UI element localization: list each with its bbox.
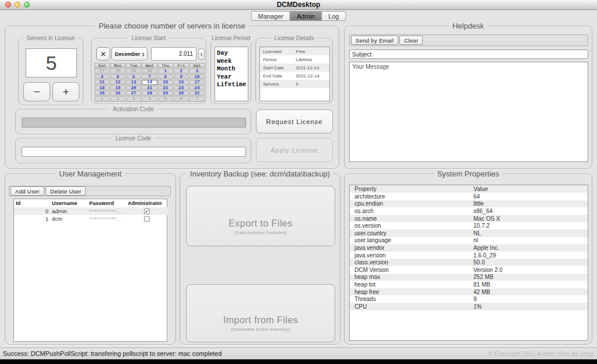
calendar-day[interactable]: 17 xyxy=(189,80,205,85)
calendar-day[interactable]: 29 xyxy=(126,69,141,74)
license-period-group: License Period Day Week Month Year Lifet… xyxy=(210,38,251,104)
calendar-day[interactable]: 30 xyxy=(174,91,189,96)
delete-user-button[interactable]: Delete User xyxy=(45,186,86,196)
calendar-day[interactable]: 27 xyxy=(126,91,141,96)
calendar-day[interactable]: 10 xyxy=(189,75,205,80)
calendar-day[interactable]: 25 xyxy=(94,91,110,96)
close-icon[interactable] xyxy=(5,2,11,8)
calendar-day[interactable]: 3 xyxy=(126,97,141,102)
administrator-checkbox[interactable]: ✓ xyxy=(144,208,150,214)
calendar-day[interactable]: 4 xyxy=(142,97,157,102)
license-details-table: LicensedFree PeriodLifetime Start Date20… xyxy=(259,47,330,101)
calendar-day[interactable]: 30 xyxy=(142,69,157,74)
table-row[interactable]: 0 admin ***********... ✓ xyxy=(14,207,168,215)
status-message: Success: DCMPushPollScript: transfering … xyxy=(3,348,222,359)
calendar-day[interactable]: 28 xyxy=(142,91,157,96)
calendar-day[interactable]: 4 xyxy=(94,75,110,80)
calendar-day[interactable]: 5 xyxy=(110,75,125,80)
titlebar: DCMDesktop xyxy=(0,0,597,10)
copyright-text: © Copyright 2011 Author: Ron de Jong xyxy=(488,348,593,359)
add-user-button[interactable]: Add User xyxy=(10,186,44,196)
calendar-day[interactable]: 7 xyxy=(142,75,157,80)
calendar-day[interactable]: 22 xyxy=(158,86,173,91)
calendar-day[interactable]: 27 xyxy=(94,69,110,74)
table-row: DCM VersionVersion 2.0 xyxy=(350,266,588,274)
calendar-day[interactable]: 19 xyxy=(110,86,125,91)
calendar-weekday: Sun xyxy=(94,63,110,68)
import-from-files-button[interactable]: Import from Files (Overwrites Entire Inv… xyxy=(186,284,335,342)
increase-servers-button[interactable]: + xyxy=(52,82,79,101)
list-item[interactable]: Lifetime xyxy=(217,81,246,89)
calendar-day[interactable]: 20 xyxy=(126,86,141,91)
bottom-black-strip xyxy=(0,359,597,364)
tab-admin[interactable]: Admin xyxy=(290,11,322,21)
calendar-day[interactable]: 1 xyxy=(158,69,173,74)
calendar-day[interactable]: 6 xyxy=(174,97,189,102)
calendar-day[interactable]: 28 xyxy=(110,69,125,74)
tab-bar: Manager Admin Log xyxy=(251,11,346,21)
apply-license-button[interactable]: Apply License xyxy=(256,138,333,162)
calendar-day[interactable]: 1 xyxy=(94,97,110,102)
table-row: LicensedFree xyxy=(260,47,329,55)
group-title: License Start xyxy=(128,35,169,42)
subject-input[interactable] xyxy=(349,50,588,59)
year-spinner[interactable]: ▴ ▾ xyxy=(198,48,205,60)
calendar-day-selected[interactable]: 14 xyxy=(142,80,157,85)
table-row: PeriodLifetime xyxy=(260,55,329,63)
list-item[interactable]: Month xyxy=(217,65,246,73)
minimize-icon[interactable] xyxy=(15,2,20,8)
tab-log[interactable]: Log xyxy=(322,11,346,21)
calendar-day[interactable]: 13 xyxy=(126,80,141,85)
zoom-icon[interactable] xyxy=(24,2,30,8)
calendar-day[interactable]: 2 xyxy=(110,97,125,102)
inventory-title: Inventory Backup (see: dcm\data\backup) xyxy=(187,169,333,178)
column-header: Username xyxy=(50,199,87,207)
calendar-day[interactable]: 26 xyxy=(110,91,125,96)
tab-manager[interactable]: Manager xyxy=(251,11,290,21)
property-key: heap max xyxy=(350,274,469,281)
calendar-day[interactable]: 16 xyxy=(174,80,189,85)
calendar-day[interactable]: 12 xyxy=(110,80,125,85)
calendar-day[interactable]: 23 xyxy=(174,86,189,91)
list-item[interactable]: Day xyxy=(217,50,246,58)
user-name: admin xyxy=(50,207,87,215)
property-key: CPU xyxy=(350,303,469,310)
calendar-day[interactable]: 7 xyxy=(189,97,205,102)
activation-code-group: Activation Code xyxy=(15,109,251,135)
calendar-day[interactable]: 5 xyxy=(158,97,173,102)
administrator-checkbox[interactable] xyxy=(144,216,150,222)
list-item[interactable]: Year xyxy=(217,73,246,82)
property-value: 1.6.0_29 xyxy=(469,252,588,259)
calendar-day[interactable]: 15 xyxy=(158,80,173,85)
calendar-day[interactable]: 18 xyxy=(94,86,110,91)
calendar-day[interactable]: 21 xyxy=(142,86,157,91)
calendar-day[interactable]: 31 xyxy=(189,91,205,96)
property-value: 252 MB xyxy=(469,274,588,281)
calendar-clear-button[interactable]: ✕ xyxy=(96,47,110,61)
license-code-input[interactable] xyxy=(22,147,246,157)
year-field[interactable] xyxy=(151,47,196,61)
calendar-day[interactable]: 11 xyxy=(94,80,110,85)
send-by-email-button[interactable]: Send by Email xyxy=(351,36,398,45)
clear-button[interactable]: Clear xyxy=(399,36,423,45)
calendar-day[interactable]: 29 xyxy=(158,91,173,96)
detail-value: Lifetime xyxy=(293,55,329,63)
decrease-servers-button[interactable]: − xyxy=(23,82,50,101)
license-section: Please choose number of servers in licen… xyxy=(5,26,339,169)
property-value: little xyxy=(469,200,588,208)
calendar-day[interactable]: 2 xyxy=(174,69,189,74)
message-textarea[interactable]: Your Message xyxy=(349,62,588,162)
calendar-day[interactable]: 6 xyxy=(126,75,141,80)
table-row[interactable]: 1 dcm ***********... xyxy=(14,215,168,222)
property-key: Threads xyxy=(350,295,469,303)
calendar-day[interactable]: 24 xyxy=(189,86,205,91)
calendar-day[interactable]: 9 xyxy=(174,75,189,80)
calendar-day[interactable]: 8 xyxy=(158,75,173,80)
calendar-weekday: Wed xyxy=(142,63,157,68)
export-to-files-button[interactable]: Export to Files (Data Archives Excluded) xyxy=(186,186,335,246)
list-item[interactable]: Week xyxy=(217,58,246,66)
spinner-icon[interactable]: ▴ ▾ xyxy=(143,52,145,56)
request-license-button[interactable]: Request License xyxy=(256,109,333,133)
calendar-day[interactable]: 3 xyxy=(189,69,205,74)
month-selector[interactable]: December ▴ ▾ xyxy=(111,47,148,61)
